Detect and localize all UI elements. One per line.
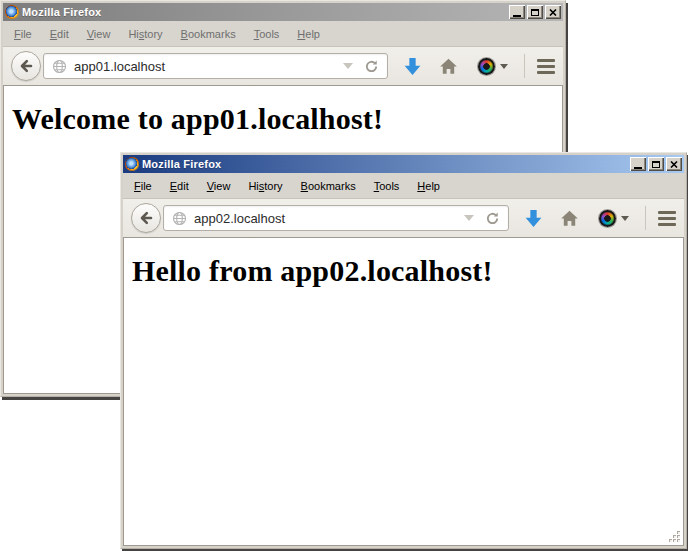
browser-window-app02: Mozilla Firefox File Edit View History B… (120, 152, 687, 549)
hamburger-icon (537, 59, 555, 62)
title-bar[interactable]: Mozilla Firefox (123, 155, 684, 173)
url-bar[interactable]: app02.localhost (163, 205, 509, 231)
close-icon (549, 9, 557, 16)
maximize-button[interactable] (527, 5, 543, 19)
hamburger-icon (537, 65, 555, 68)
back-button[interactable] (11, 51, 41, 81)
toolbar-separator (645, 206, 646, 230)
home-button[interactable] (560, 209, 579, 228)
menu-history[interactable]: History (119, 26, 171, 42)
site-identity-globe-icon[interactable] (52, 59, 67, 74)
hamburger-icon (537, 71, 555, 74)
back-button[interactable] (131, 203, 161, 233)
window-title: Mozilla Firefox (142, 158, 627, 170)
hamburger-menu-button[interactable] (658, 209, 676, 228)
menu-edit[interactable]: Edit (161, 178, 198, 194)
menu-bar: File Edit View History Bookmarks Tools H… (3, 21, 563, 46)
menu-view[interactable]: View (198, 178, 240, 194)
minimize-icon (634, 167, 642, 169)
home-button[interactable] (439, 57, 458, 76)
close-button[interactable] (666, 157, 682, 171)
url-text[interactable]: app02.localhost (194, 211, 460, 226)
firefox-logo-icon (125, 157, 139, 171)
addon-colorwheel-icon (478, 58, 495, 75)
hamburger-icon (658, 211, 676, 214)
reload-button[interactable] (363, 58, 379, 74)
menu-bookmarks[interactable]: Bookmarks (172, 26, 245, 42)
window-controls (509, 5, 561, 19)
url-dropdown-caret-icon[interactable] (343, 63, 353, 69)
navigation-toolbar: app01.localhost (3, 46, 563, 86)
firefox-logo-icon (5, 5, 19, 19)
download-arrow-icon (402, 56, 423, 77)
menu-bookmarks[interactable]: Bookmarks (292, 178, 365, 194)
page-content: Hello from app02.localhost! (123, 238, 684, 546)
back-arrow-icon (138, 210, 154, 226)
home-icon (439, 57, 458, 76)
hamburger-menu-button[interactable] (537, 57, 555, 76)
url-bar[interactable]: app01.localhost (43, 53, 388, 79)
page-heading: Hello from app02.localhost! (124, 254, 683, 288)
page-heading: Welcome to app01.localhost! (4, 102, 562, 136)
close-icon (670, 161, 678, 168)
addon-button[interactable] (478, 58, 508, 75)
resize-grip[interactable] (666, 528, 682, 544)
downloads-button[interactable] (402, 56, 423, 77)
addon-colorwheel-icon (599, 210, 616, 227)
site-identity-globe-icon[interactable] (172, 211, 187, 226)
download-arrow-icon (523, 208, 544, 229)
toolbar-separator (524, 54, 525, 78)
menu-file[interactable]: File (5, 26, 41, 42)
menu-file[interactable]: File (125, 178, 161, 194)
url-text[interactable]: app01.localhost (74, 59, 339, 74)
minimize-icon (513, 15, 521, 17)
menu-view[interactable]: View (78, 26, 120, 42)
close-button[interactable] (545, 5, 561, 19)
addon-dropdown-caret-icon (621, 216, 629, 221)
menu-help[interactable]: Help (408, 178, 449, 194)
hamburger-icon (658, 217, 676, 220)
menu-help[interactable]: Help (288, 26, 329, 42)
title-bar[interactable]: Mozilla Firefox (3, 3, 563, 21)
addon-dropdown-caret-icon (500, 64, 508, 69)
minimize-button[interactable] (509, 5, 525, 19)
menu-bar: File Edit View History Bookmarks Tools H… (123, 173, 684, 198)
reload-button[interactable] (484, 210, 500, 226)
minimize-button[interactable] (630, 157, 646, 171)
back-arrow-icon (18, 58, 34, 74)
maximize-icon (531, 9, 539, 16)
reload-icon (364, 59, 379, 74)
addon-button[interactable] (599, 210, 629, 227)
url-dropdown-caret-icon[interactable] (464, 215, 474, 221)
menu-tools[interactable]: Tools (245, 26, 289, 42)
maximize-button[interactable] (648, 157, 664, 171)
navigation-toolbar: app02.localhost (123, 198, 684, 238)
menu-edit[interactable]: Edit (41, 26, 78, 42)
menu-tools[interactable]: Tools (365, 178, 409, 194)
reload-icon (485, 211, 500, 226)
window-title: Mozilla Firefox (22, 6, 506, 18)
hamburger-icon (658, 223, 676, 226)
downloads-button[interactable] (523, 208, 544, 229)
home-icon (560, 209, 579, 228)
menu-history[interactable]: History (239, 178, 291, 194)
maximize-icon (652, 161, 660, 168)
window-controls (630, 157, 682, 171)
